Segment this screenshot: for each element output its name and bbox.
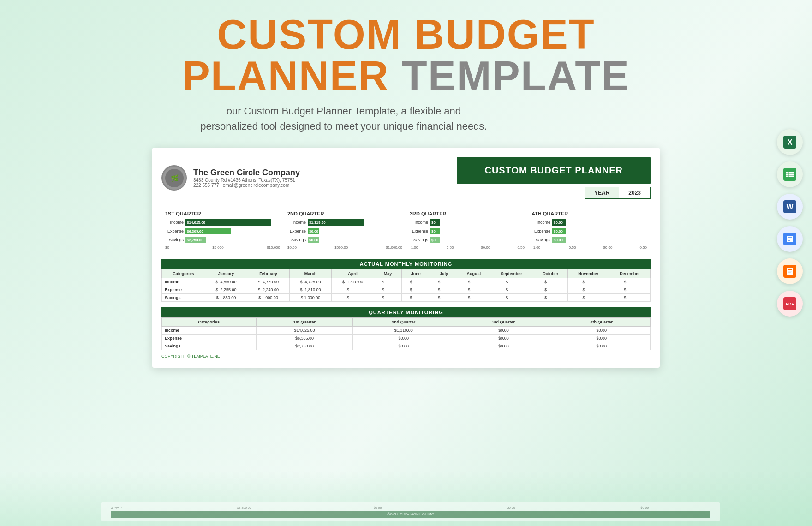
q-col-1: 1st Quarter — [256, 318, 353, 327]
q-expense-q3: $0.00 — [454, 335, 553, 342]
budget-title-box: CUSTOM BUDGET PLANNER — [457, 157, 651, 184]
income-apr: $ 1,310.00 — [332, 278, 374, 286]
bar-row-savings-3: Savings $0 — [410, 237, 525, 243]
quarterly-header-row: Categories 1st Quarter 2nd Quarter 3rd Q… — [162, 318, 651, 327]
expense-may: $ - — [374, 286, 402, 294]
docs-icon-btn[interactable] — [777, 226, 803, 252]
q-expense-q4: $0.00 — [553, 335, 650, 342]
col-december: December — [609, 269, 650, 278]
monthly-table-header-row: Categories January February March April … — [162, 269, 651, 278]
quarter-chart-3: 3RD QUARTER Income $0 Expense $0 — [406, 211, 528, 250]
svg-text:X: X — [788, 138, 793, 146]
col-october: October — [533, 269, 568, 278]
expense-dec: $ - — [609, 286, 650, 294]
income-feb: $ 4,750.00 — [247, 278, 289, 286]
quarter-chart-1: 1ST QUARTER Income $14,025.00 Expense $6… — [161, 211, 284, 250]
company-info: The Green Circle Company 3433 County Rd … — [193, 168, 300, 188]
year-label: YEAR — [585, 187, 619, 198]
col-november: November — [567, 269, 609, 278]
savings-may: $ - — [374, 294, 402, 302]
pdf-icon-btn[interactable]: PDF — [777, 291, 803, 317]
bar-chart-2: Income $1,319.00 Expense $0.00 Savings — [287, 219, 402, 250]
savings-dec: $ - — [609, 294, 650, 302]
title-line2-orange: PLANNER — [182, 53, 389, 99]
bar-chart-4: Income $0.00 Expense $0.00 Savings — [532, 219, 647, 250]
copyright: COPYRIGHT © TEMPLATE.NET — [161, 354, 651, 359]
income-label: Income — [162, 278, 205, 286]
expense-mar: $ 1,810.00 — [289, 286, 331, 294]
quarter-title-3: 3RD QUARTER — [410, 211, 525, 216]
q-income-label: Income — [162, 327, 257, 335]
quarterly-header: QUARTERLY MONITORING — [161, 307, 651, 317]
sheets-icon-btn[interactable] — [777, 161, 803, 187]
table-row: Savings $2,750.00 $0.00 $0.00 $0.00 — [162, 342, 651, 350]
expense-jul: $ - — [430, 286, 458, 294]
q-savings-q4: $0.00 — [553, 342, 650, 350]
quarter-chart-2: 2ND QUARTER Income $1,319.00 Expense $0.… — [284, 211, 406, 250]
quarter-title-2: 2ND QUARTER — [287, 211, 402, 216]
q-expense-label: Expense — [162, 335, 257, 342]
savings-aug: $ - — [458, 294, 490, 302]
q-income-q3: $0.00 — [454, 327, 553, 335]
bar-row-savings-1: Savings $2,750.00 — [165, 237, 280, 243]
col-april: April — [332, 269, 374, 278]
expense-nov: $ - — [567, 286, 609, 294]
monthly-table: Categories January February March April … — [161, 269, 651, 302]
year-box: YEAR 2023 — [585, 187, 651, 199]
company-contact: 222 555 777 | email@greencirclecompany.c… — [193, 183, 300, 188]
expense-aug: $ - — [458, 286, 490, 294]
table-row: Expense $ 2,255.00 $ 2,240.00 $ 1,810.00… — [162, 286, 651, 294]
income-nov: $ - — [567, 278, 609, 286]
pages-icon-btn[interactable] — [777, 258, 803, 284]
table-row: Savings $ 850.00 $ 900.00 $ 1,000.00 $ -… — [162, 294, 651, 302]
expense-jun: $ - — [402, 286, 430, 294]
income-aug: $ - — [458, 278, 490, 286]
col-august: August — [458, 269, 490, 278]
quarter-title-4: 4TH QUARTER — [532, 211, 647, 216]
col-may: May — [374, 269, 402, 278]
word-icon-btn[interactable]: W — [777, 194, 803, 220]
title-section: CUSTOM BUDGET PLANNER TEMPLATE our Custo… — [182, 14, 630, 134]
main-content: CUSTOM BUDGET PLANNER TEMPLATE our Custo… — [0, 0, 812, 526]
subtitle: our Custom Budget Planner Template, a fl… — [182, 103, 505, 134]
bar-row-savings-2: Savings $0.00 — [287, 237, 402, 243]
table-row: Income $14,025.00 $1,310.00 $0.00 $0.00 — [162, 327, 651, 335]
svg-text:🌿: 🌿 — [170, 174, 179, 182]
bar-row-income-1: Income $14,025.00 — [165, 219, 280, 226]
expense-feb: $ 2,240.00 — [247, 286, 289, 294]
income-jul: $ - — [430, 278, 458, 286]
svg-text:PDF: PDF — [786, 302, 794, 306]
expense-label: Expense — [162, 286, 205, 294]
col-february: February — [247, 269, 289, 278]
title-line2-gray: TEMPLATE — [389, 53, 630, 99]
q-income-q4: $0.00 — [553, 327, 650, 335]
header-right-group: CUSTOM BUDGET PLANNER YEAR 2023 — [457, 157, 651, 199]
savings-jun: $ - — [402, 294, 430, 302]
q-savings-q1: $2,750.00 — [256, 342, 353, 350]
col-categories: Categories — [162, 269, 205, 278]
quarter-title-1: 1ST QUARTER — [165, 211, 280, 216]
expense-jan: $ 2,255.00 — [205, 286, 247, 294]
bar-row-expense-3: Expense $0 — [410, 228, 525, 234]
income-dec: $ - — [609, 278, 650, 286]
q-savings-q3: $0.00 — [454, 342, 553, 350]
bar-row-income-2: Income $1,319.00 — [287, 219, 402, 226]
col-july: July — [430, 269, 458, 278]
quarterly-table: Categories 1st Quarter 2nd Quarter 3rd Q… — [161, 317, 651, 350]
savings-label: Savings — [162, 294, 205, 302]
company-address: 3433 County Rd #1436 Athens, Texas(TX), … — [193, 178, 300, 183]
sidebar-icons: X W — [777, 129, 803, 317]
expense-sep: $ - — [490, 286, 533, 294]
q-expense-q2: $0.00 — [353, 335, 454, 342]
q-col-3: 3rd Quarter — [454, 318, 553, 327]
savings-oct: $ - — [533, 294, 568, 302]
svg-rect-19 — [788, 269, 792, 270]
company-logo: 🌿 — [161, 165, 187, 191]
excel-icon-btn[interactable]: X — [777, 129, 803, 155]
income-jan: $ 4,550.00 — [205, 278, 247, 286]
savings-jan: $ 850.00 — [205, 294, 247, 302]
svg-text:W: W — [786, 203, 794, 211]
expense-apr: $ - — [332, 286, 374, 294]
charts-section: 1ST QUARTER Income $14,025.00 Expense $6… — [161, 206, 651, 254]
expense-oct: $ - — [533, 286, 568, 294]
